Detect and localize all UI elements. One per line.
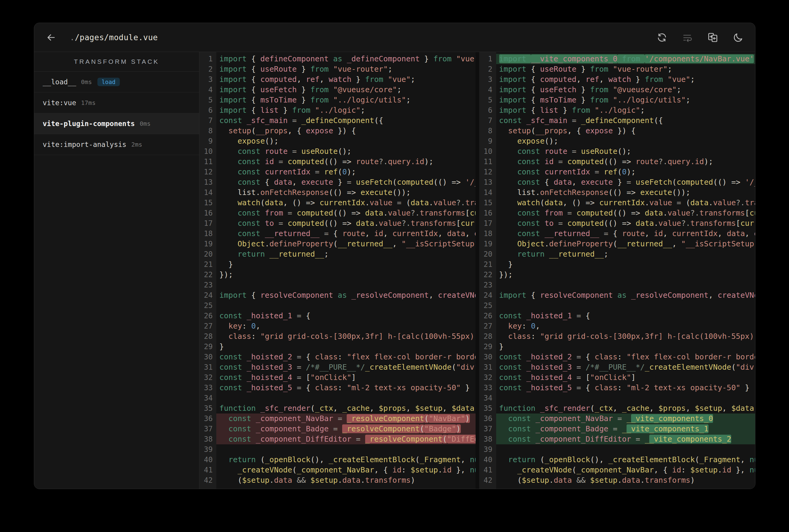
code-line: } xyxy=(496,342,755,352)
code-line: import { list } from "../logic"; xyxy=(496,105,755,115)
line-number: 31 xyxy=(479,362,493,373)
line-number: 4 xyxy=(479,84,493,95)
plugin-duration: 17ms xyxy=(81,99,96,107)
line-wrap-button[interactable] xyxy=(682,32,693,43)
line-number: 10 xyxy=(199,146,213,156)
code-line xyxy=(216,301,476,311)
line-number: 16 xyxy=(199,208,213,218)
page-title-path: /pages/module.vue xyxy=(75,33,158,42)
plugin-name: vite:import-analysis xyxy=(43,140,126,148)
code-line: const { data, execute } = useFetch(compu… xyxy=(216,177,476,187)
dark-mode-button[interactable] xyxy=(733,32,744,43)
line-number: 36 xyxy=(199,414,213,424)
diff-view-button[interactable] xyxy=(707,32,718,43)
code-line: expose(); xyxy=(496,136,755,146)
line-number: 20 xyxy=(199,249,213,259)
code-line: setup(__props, { expose }) { xyxy=(216,126,476,136)
right-line-numbers: 1234567891011121314151617181920212223242… xyxy=(479,52,496,489)
refresh-button[interactable] xyxy=(657,32,667,43)
transform-stack-item--load-[interactable]: __load__0msload xyxy=(34,72,199,93)
code-line: import { computed, ref, watch } from "vu… xyxy=(216,74,476,84)
line-number: 6 xyxy=(199,105,213,115)
code-line: import { resolveComponent as _resolveCom… xyxy=(216,290,476,301)
line-number: 22 xyxy=(479,270,493,280)
line-number: 28 xyxy=(199,331,213,342)
line-number: 35 xyxy=(479,403,493,414)
line-number: 20 xyxy=(479,249,493,259)
line-number: 23 xyxy=(479,280,493,290)
code-line: const to = computed(() => data.value?.tr… xyxy=(216,218,476,229)
line-number: 15 xyxy=(199,198,213,208)
code-line: const route = useRoute(); xyxy=(216,146,476,156)
code-line: list.onFetchResponse(() => execute()); xyxy=(496,187,755,198)
line-number: 32 xyxy=(479,373,493,383)
code-line xyxy=(496,444,755,455)
code-line: import { useFetch } from "@vueuse/core"; xyxy=(216,84,476,95)
transform-stack-item-vite-plugin-components[interactable]: vite-plugin-components0ms xyxy=(34,113,199,134)
line-number: 8 xyxy=(479,126,493,136)
code-line: class: "grid grid-cols-[300px,3fr] h-[ca… xyxy=(216,331,476,342)
line-number: 19 xyxy=(479,239,493,249)
line-number: 41 xyxy=(199,465,213,475)
line-number: 8 xyxy=(199,126,213,136)
line-number: 36 xyxy=(479,414,493,424)
code-line: const _hoisted_5 = { class: "ml-2 text-x… xyxy=(216,383,476,393)
line-number: 21 xyxy=(479,259,493,270)
line-number: 40 xyxy=(479,455,493,465)
line-number: 27 xyxy=(479,321,493,331)
code-line: function _sfc_render(_ctx, _cache, $prop… xyxy=(496,403,755,414)
line-number: 23 xyxy=(199,280,213,290)
code-line: const _hoisted_4 = ["onClick"] xyxy=(496,373,755,383)
transform-stack-item-vite-import-analysis[interactable]: vite:import-analysis2ms xyxy=(34,134,199,155)
line-number: 42 xyxy=(479,475,493,486)
code-line xyxy=(496,280,755,290)
code-line: watch(data, () => currentIdx.value = (da… xyxy=(496,198,755,208)
line-number: 11 xyxy=(199,156,213,167)
line-number: 9 xyxy=(479,136,493,146)
code-line xyxy=(216,444,476,455)
line-number: 28 xyxy=(479,331,493,342)
code-line: return (_openBlock(), _createElementBloc… xyxy=(216,455,476,465)
code-line: const id = computed(() => route?.query.i… xyxy=(496,156,755,167)
code-line: import { resolveComponent as _resolveCom… xyxy=(496,290,755,301)
diff-right-panel[interactable]: import __vite_components_0 from '/compon… xyxy=(496,52,755,489)
line-number: 22 xyxy=(199,270,213,280)
transform-stack-item-vite-vue[interactable]: vite:vue17ms xyxy=(34,93,199,113)
line-number: 4 xyxy=(199,84,213,95)
code-line: class: "grid grid-cols-[300px,3fr] h-[ca… xyxy=(496,331,755,342)
line-number: 24 xyxy=(479,290,493,301)
transform-stack-sidebar: TRANSFORM STACK __load__0msloadvite:vue1… xyxy=(34,52,199,489)
line-number: 38 xyxy=(199,434,213,444)
plugin-name: vite:vue xyxy=(43,99,76,107)
line-number: 14 xyxy=(479,187,493,198)
line-number: 17 xyxy=(479,218,493,229)
load-badge: load xyxy=(97,78,120,86)
back-button[interactable] xyxy=(46,32,57,43)
line-number: 10 xyxy=(479,146,493,156)
code-line: }); xyxy=(216,270,476,280)
plugin-duration: 2ms xyxy=(131,141,142,148)
line-number: 29 xyxy=(479,342,493,352)
code-line: const from = computed(() => data.value?.… xyxy=(216,208,476,218)
line-number: 1 xyxy=(479,54,493,64)
code-line: } xyxy=(216,259,476,270)
code-line: import { list } from "../logic"; xyxy=(216,105,476,115)
code-line: return (_openBlock(), _createElementBloc… xyxy=(496,455,755,465)
code-line: watch(data, () => currentIdx.value = (da… xyxy=(216,198,476,208)
inspect-window: ./pages/module.vue xyxy=(34,23,755,489)
line-number: 30 xyxy=(199,352,213,362)
topbar: ./pages/module.vue xyxy=(34,23,755,52)
line-number: 26 xyxy=(199,311,213,321)
line-number: 42 xyxy=(199,475,213,486)
code-line: const _hoisted_1 = { xyxy=(216,311,476,321)
diff-left-panel[interactable]: import { defineComponent as _defineCompo… xyxy=(216,52,476,489)
line-number: 17 xyxy=(199,218,213,229)
line-number: 13 xyxy=(479,177,493,187)
code-line: setup(__props, { expose }) { xyxy=(496,126,755,136)
line-number: 32 xyxy=(199,373,213,383)
code-line: const { data, execute } = useFetch(compu… xyxy=(496,177,755,187)
code-line: expose(); xyxy=(216,136,476,146)
code-line: function _sfc_render(_ctx, _cache, $prop… xyxy=(216,403,476,414)
line-number: 24 xyxy=(199,290,213,301)
code-line: const __returned__ = { route, id, curren… xyxy=(216,229,476,239)
